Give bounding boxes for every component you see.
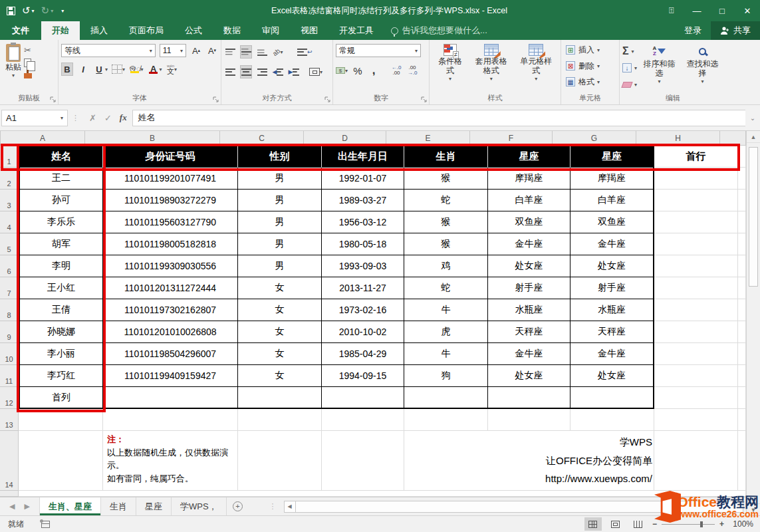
cut-button[interactable]: ✂ xyxy=(24,45,34,55)
shrink-font-button[interactable]: A▾ xyxy=(206,44,218,57)
autosum-button[interactable]: Σ▾ xyxy=(622,44,637,59)
cell-F7[interactable]: 射手座 xyxy=(488,277,570,299)
cell-H2[interactable] xyxy=(654,168,738,190)
orientation-button[interactable]: ab▾ xyxy=(272,45,284,59)
cell-E1[interactable]: 生肖 xyxy=(404,146,488,168)
cell-E2[interactable]: 猴 xyxy=(404,168,488,190)
row-header-14[interactable]: 14 xyxy=(0,431,19,491)
cell-E12[interactable] xyxy=(404,387,488,409)
cell-F3[interactable]: 白羊座 xyxy=(488,190,570,211)
row-header-3[interactable]: 3 xyxy=(0,190,19,211)
cell-C13[interactable] xyxy=(238,409,322,431)
cell-D12[interactable] xyxy=(322,387,404,409)
cell-H12[interactable] xyxy=(654,387,738,409)
comma-style-button[interactable]: , xyxy=(368,64,380,77)
zoom-slider[interactable] xyxy=(662,524,715,525)
paste-button[interactable]: 粘贴▾ xyxy=(3,43,24,94)
delete-cells-button[interactable]: ⊠删除▾ xyxy=(565,59,616,73)
sheet-tab-生肖[interactable]: 生肖 xyxy=(101,497,136,515)
select-all-corner[interactable] xyxy=(0,131,1,146)
cell-B14-note[interactable]: 注：以上数据随机生成，仅供数据演示。如有雷同，纯属巧合。 xyxy=(103,431,238,491)
cell-B7[interactable]: 110101201311272444 xyxy=(103,277,238,299)
sheet-tab-生肖、星座[interactable]: 生肖、星座 xyxy=(40,497,101,515)
cancel-formula-icon[interactable]: ✗ xyxy=(89,113,96,123)
page-layout-view-button[interactable] xyxy=(607,517,624,531)
cell-C2[interactable]: 男 xyxy=(238,168,322,190)
cell-E5[interactable]: 猴 xyxy=(404,233,488,255)
cell-B4[interactable]: 110101195603127790 xyxy=(103,211,238,233)
cell-A6[interactable]: 李明 xyxy=(19,255,103,277)
tab-scroll-splitter[interactable]: ⋮ xyxy=(269,497,277,515)
alignment-dialog-launcher[interactable] xyxy=(324,96,331,103)
cell-C14[interactable] xyxy=(238,431,322,491)
accounting-format-button[interactable]: $▾ xyxy=(336,64,348,77)
save-button[interactable] xyxy=(7,7,15,15)
cell-E8[interactable]: 牛 xyxy=(404,299,488,321)
cell-G13[interactable] xyxy=(570,409,654,431)
clipboard-dialog-launcher[interactable] xyxy=(50,96,57,103)
login-button[interactable]: 登录 xyxy=(675,21,711,40)
cell-F11[interactable]: 处女座 xyxy=(488,365,570,387)
cell-G2[interactable]: 摩羯座 xyxy=(570,168,654,190)
cell-C5[interactable]: 男 xyxy=(238,233,322,255)
name-box[interactable]: A1▾ xyxy=(1,110,68,126)
cell-D2[interactable]: 1992-01-07 xyxy=(322,168,404,190)
tab-数据[interactable]: 数据 xyxy=(213,21,251,40)
maximize-button[interactable]: □ xyxy=(709,0,735,21)
macro-record-icon[interactable] xyxy=(41,521,50,528)
cell-D7[interactable]: 2013-11-27 xyxy=(322,277,404,299)
vertical-scrollbar[interactable]: ▲ ▼ xyxy=(746,131,760,515)
cell-D10[interactable]: 1985-04-29 xyxy=(322,343,404,365)
new-sheet-button[interactable]: + xyxy=(227,497,249,515)
cell-B3[interactable]: 110101198903272279 xyxy=(103,190,238,211)
row-header-9[interactable]: 9 xyxy=(0,321,19,343)
top-align-button[interactable] xyxy=(224,45,236,59)
cell-D9[interactable]: 2010-10-02 xyxy=(322,321,404,343)
cell-F12[interactable] xyxy=(488,387,570,409)
cell-D1[interactable]: 出生年月日 xyxy=(322,146,404,168)
increase-decimal-button[interactable]: ←.0.00 xyxy=(390,64,402,77)
column-header-H[interactable]: H xyxy=(636,131,720,146)
row-header-8[interactable]: 8 xyxy=(0,299,19,321)
cell-A3[interactable]: 孙可 xyxy=(19,190,103,211)
column-header-C[interactable]: C xyxy=(220,131,304,146)
cell-E4[interactable]: 猴 xyxy=(404,211,488,233)
format-as-table-button[interactable]: 套用表格格式▾ xyxy=(471,43,512,94)
close-button[interactable]: ✕ xyxy=(735,0,760,21)
increase-indent-button[interactable]: ▶ xyxy=(288,65,300,78)
ribbon-display-options-button[interactable]: ⍐ xyxy=(659,0,684,21)
row-header-11[interactable]: 11 xyxy=(0,365,19,387)
copy-button[interactable]: ▾ xyxy=(24,59,34,67)
cell-H3[interactable] xyxy=(654,190,738,211)
cell-H8[interactable] xyxy=(654,299,738,321)
cell-A7[interactable]: 王小红 xyxy=(19,277,103,299)
cell-G6[interactable]: 处女座 xyxy=(570,255,654,277)
cell-G1[interactable]: 星座 xyxy=(570,146,654,168)
cell-E6[interactable]: 鸡 xyxy=(404,255,488,277)
cell-F6[interactable]: 处女座 xyxy=(488,255,570,277)
cell-F13[interactable] xyxy=(488,409,570,431)
cell-E13[interactable] xyxy=(404,409,488,431)
number-dialog-launcher[interactable] xyxy=(421,96,428,103)
cell-B10[interactable]: 110101198504296007 xyxy=(103,343,238,365)
enter-formula-icon[interactable]: ✓ xyxy=(104,113,112,123)
borders-button[interactable]: ▾ xyxy=(112,63,125,76)
fill-button[interactable]: ↓▾ xyxy=(622,61,637,75)
sheet-nav-prev-icon[interactable]: ◀ xyxy=(9,502,15,511)
cell-H11[interactable] xyxy=(654,365,738,387)
column-header-F[interactable]: F xyxy=(470,131,553,146)
customize-qat-button[interactable]: ▾ xyxy=(60,8,64,14)
cell-F1[interactable]: 星座 xyxy=(488,146,570,168)
sheet-nav-next-icon[interactable]: ▶ xyxy=(24,502,29,511)
row-header-5[interactable]: 5 xyxy=(0,233,19,255)
cell-A12[interactable]: 首列 xyxy=(19,387,103,409)
cell-F8[interactable]: 水瓶座 xyxy=(488,299,570,321)
tab-公式[interactable]: 公式 xyxy=(174,21,213,40)
cell-B2[interactable]: 110101199201077491 xyxy=(103,168,238,190)
italic-button[interactable]: I xyxy=(77,63,89,76)
cell-D6[interactable]: 1993-09-03 xyxy=(322,255,404,277)
row-header-7[interactable]: 7 xyxy=(0,277,19,299)
cell-G4[interactable]: 双鱼座 xyxy=(570,211,654,233)
insert-cells-button[interactable]: ⊞插入▾ xyxy=(565,43,616,57)
column-header-G[interactable]: G xyxy=(553,131,636,146)
